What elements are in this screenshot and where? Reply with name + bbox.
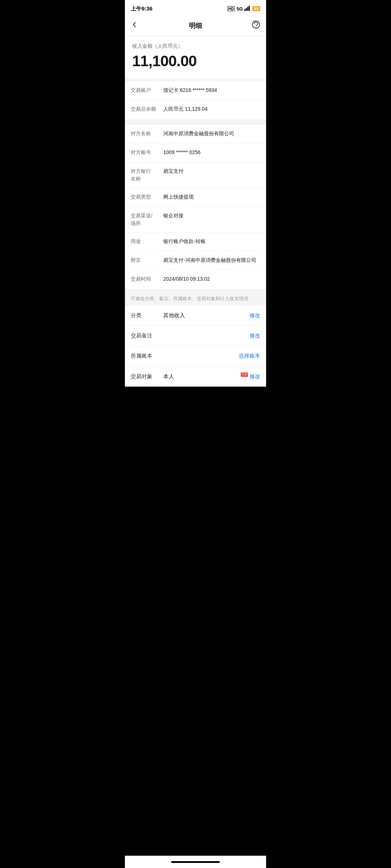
edit-note-button[interactable]: 修改 xyxy=(249,332,260,339)
svg-point-5 xyxy=(256,27,256,27)
editable-row-account-book: 所属账本 选择账本 xyxy=(125,346,266,366)
detail-value-name: 河南中原消费金融股份有限公司 xyxy=(163,130,260,137)
detail-row-bank: 对方银行名称 易宝支付 xyxy=(125,162,266,188)
editable-value-category: 其他收入 xyxy=(163,312,249,319)
header: 明细 xyxy=(125,16,266,36)
svg-rect-2 xyxy=(247,7,248,11)
detail-label-type: 交易类型 xyxy=(131,193,163,201)
detail-row-channel: 交易渠道/场所 银企对接 xyxy=(125,207,266,233)
detail-label-balance: 交易后余额 xyxy=(131,105,163,113)
detail-value-balance: 人民币元 11,129.04 xyxy=(163,105,260,113)
detail-label-bank: 对方银行名称 xyxy=(131,167,163,183)
detail-row-time: 交易时间 2024/08/10 09:13:02 xyxy=(125,270,266,289)
select-account-book-button[interactable]: 选择账本 xyxy=(239,353,260,359)
detail-label-time: 交易时间 xyxy=(131,275,163,283)
separator-1 xyxy=(125,122,266,125)
edit-category-button[interactable]: 修改 xyxy=(249,312,260,319)
detail-value-time: 2024/08/10 09:13:02 xyxy=(163,275,260,283)
detail-label-account: 交易账户 xyxy=(131,86,163,94)
detail-row-balance: 交易后余额 人民币元 11,129.04 xyxy=(125,100,266,119)
watermark-small: 卡农 花花 xyxy=(241,373,248,381)
network-type: 5G xyxy=(236,6,243,12)
editable-row-counterparty: 交易对象 本人 卡农 花花 修改 xyxy=(125,366,266,387)
editable-row-category: 分类 其他收入 修改 xyxy=(125,306,266,326)
amount-value: 11,100.00 xyxy=(132,52,259,70)
detail-row-remark: 附言 易宝支付-河南中原消费金融股份有限公司 xyxy=(125,251,266,270)
amount-section: 收入金额（人民币元） 11,100.00 xyxy=(125,36,266,78)
battery-badge: 83 xyxy=(252,6,260,11)
signal-icon xyxy=(244,6,251,12)
detail-row-type: 交易类型 网上快捷提现 xyxy=(125,188,266,207)
svg-rect-1 xyxy=(246,8,247,11)
detail-row-account-no: 对方账号 1009 ****** 0256 xyxy=(125,144,266,162)
detail-label-name: 对方名称 xyxy=(131,130,163,137)
detail-value-account-no: 1009 ****** 0256 xyxy=(163,149,260,156)
hd-icon: HD xyxy=(227,6,235,11)
basic-details-section: 交易账户 借记卡 6216 ****** 5934 交易后余额 人民币元 11,… xyxy=(125,81,266,119)
status-time: 上午9:36 xyxy=(131,5,152,12)
detail-label-account-no: 对方账号 xyxy=(131,149,163,156)
svg-rect-3 xyxy=(249,6,250,11)
edit-notice: 可修改分类、备注、所属账本、交易对象和计入收支情况 xyxy=(125,292,266,306)
detail-label-channel: 交易渠道/场所 xyxy=(131,212,163,227)
editable-label-account-book: 所属账本 xyxy=(131,353,163,359)
detail-label-remark: 附言 xyxy=(131,256,163,264)
detail-row-name: 对方名称 河南中原消费金融股份有限公司 xyxy=(125,125,266,144)
editable-label-note: 交易备注 xyxy=(131,332,163,339)
detail-value-account: 借记卡 6216 ****** 5934 xyxy=(163,86,260,94)
status-icons: HD 5G 83 xyxy=(227,6,260,12)
edit-counterparty-button[interactable]: 修改 xyxy=(249,373,260,380)
back-button[interactable] xyxy=(131,21,144,30)
editable-section: 分类 其他收入 修改 交易备注 修改 所属账本 选择账本 交易对象 本人 卡农 … xyxy=(125,306,266,387)
editable-row-note: 交易备注 修改 xyxy=(125,326,266,346)
detail-value-type: 网上快捷提现 xyxy=(163,193,260,201)
detail-value-channel: 银企对接 xyxy=(163,212,260,220)
svg-rect-0 xyxy=(244,9,245,11)
page-title: 明细 xyxy=(144,21,247,30)
detail-row-account: 交易账户 借记卡 6216 ****** 5934 xyxy=(125,81,266,100)
detail-row-purpose: 用途 银行账户收款-转账 xyxy=(125,233,266,251)
support-icon[interactable] xyxy=(247,20,260,31)
editable-value-counterparty: 本人 xyxy=(163,373,241,380)
editable-label-category: 分类 xyxy=(131,312,163,319)
detail-label-purpose: 用途 xyxy=(131,238,163,245)
amount-label: 收入金额（人民币元） xyxy=(132,43,259,50)
editable-label-counterparty: 交易对象 xyxy=(131,373,163,380)
detail-value-bank: 易宝支付 xyxy=(163,167,260,175)
status-bar: 上午9:36 HD 5G 83 xyxy=(125,0,266,16)
counterparty-details-section: 对方名称 河南中原消费金融股份有限公司 对方账号 1009 ****** 025… xyxy=(125,125,266,289)
detail-value-remark: 易宝支付-河南中原消费金融股份有限公司 xyxy=(163,256,260,264)
detail-value-purpose: 银行账户收款-转账 xyxy=(163,238,260,245)
